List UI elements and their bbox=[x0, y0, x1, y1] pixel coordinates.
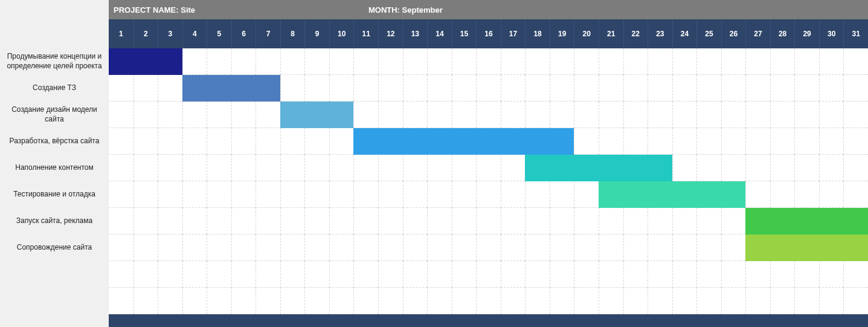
grid-cell bbox=[574, 208, 599, 235]
task-bar bbox=[745, 235, 868, 261]
month-name: MONTH: September bbox=[368, 5, 863, 15]
grid-cell bbox=[843, 48, 868, 75]
grid-cell bbox=[476, 288, 501, 314]
grid-cell bbox=[696, 235, 721, 261]
grid-cell bbox=[109, 128, 133, 155]
grid-cell bbox=[182, 102, 207, 128]
grid-cell bbox=[648, 288, 672, 314]
day-header-cell: 29 bbox=[794, 19, 819, 48]
grid-cell bbox=[794, 48, 819, 75]
grid-cell bbox=[525, 208, 550, 235]
grid-cell bbox=[158, 235, 182, 261]
grid-cell bbox=[745, 48, 770, 75]
grid-cell bbox=[794, 181, 819, 208]
grid-cell bbox=[182, 128, 207, 155]
grid-cell bbox=[353, 288, 378, 314]
grid-cell bbox=[158, 75, 182, 102]
grid-cell bbox=[672, 155, 697, 181]
grid-cell bbox=[427, 261, 452, 288]
grid-cell bbox=[109, 235, 133, 261]
grid-cell bbox=[182, 261, 207, 288]
task-bar bbox=[109, 48, 182, 75]
grid-cell bbox=[599, 235, 623, 261]
grid-cell bbox=[329, 155, 354, 181]
grid-cell bbox=[304, 235, 329, 261]
grid-cell bbox=[574, 288, 599, 314]
grid-cell bbox=[304, 48, 329, 75]
grid-cell bbox=[158, 128, 182, 155]
task-grid bbox=[109, 75, 868, 102]
day-header-cell: 26 bbox=[721, 19, 746, 48]
task-grid bbox=[109, 181, 868, 208]
grid-cell bbox=[378, 208, 403, 235]
day-header-cell: 13 bbox=[403, 19, 428, 48]
grid-cell bbox=[304, 288, 329, 314]
grid-cell bbox=[452, 155, 477, 181]
grid-cell bbox=[280, 235, 305, 261]
grid-cell bbox=[819, 155, 844, 181]
grid-cell bbox=[623, 48, 648, 75]
grid-cell bbox=[501, 288, 526, 314]
grid-cell bbox=[770, 288, 795, 314]
grid-cell bbox=[427, 181, 452, 208]
grid-cell bbox=[476, 181, 501, 208]
grid-cell bbox=[452, 208, 477, 235]
grid-cell bbox=[378, 102, 403, 128]
grid-cell bbox=[501, 75, 526, 102]
grid-cell bbox=[721, 155, 746, 181]
grid-cell bbox=[403, 75, 428, 102]
grid-cell bbox=[256, 48, 280, 75]
day-header-cell: 9 bbox=[304, 19, 329, 48]
task-bar bbox=[182, 75, 280, 102]
day-header-cell: 27 bbox=[745, 19, 770, 48]
grid-cell bbox=[794, 261, 819, 288]
grid-cell bbox=[133, 261, 158, 288]
day-header-cell: 22 bbox=[623, 19, 648, 48]
grid-cell bbox=[158, 155, 182, 181]
task-row: Наполнение контентом bbox=[0, 155, 868, 181]
grid-cell bbox=[452, 181, 477, 208]
day-header-cell: 23 bbox=[648, 19, 672, 48]
day-header-cell: 15 bbox=[452, 19, 477, 48]
day-header-cell: 10 bbox=[329, 19, 354, 48]
grid-cell bbox=[672, 48, 697, 75]
grid-cell bbox=[207, 181, 231, 208]
grid-cell bbox=[819, 261, 844, 288]
grid-cell bbox=[599, 102, 623, 128]
grid-cell bbox=[476, 261, 501, 288]
project-name: PROJECT NAME: Site bbox=[114, 5, 368, 15]
grid-cell bbox=[501, 155, 526, 181]
task-row: Тестирование и отладка bbox=[0, 181, 868, 208]
grid-cell bbox=[843, 102, 868, 128]
grid-cell bbox=[353, 48, 378, 75]
grid-cell bbox=[427, 155, 452, 181]
grid-cell bbox=[721, 208, 746, 235]
task-label: Создание дизайн модели сайта bbox=[0, 102, 109, 128]
grid-cell bbox=[353, 261, 378, 288]
grid-cell bbox=[525, 75, 550, 102]
grid-cell bbox=[770, 261, 795, 288]
task-label: Создание ТЗ bbox=[0, 75, 109, 102]
grid-cell bbox=[329, 208, 354, 235]
grid-cell bbox=[648, 102, 672, 128]
grid-cell bbox=[256, 128, 280, 155]
grid-cell bbox=[158, 181, 182, 208]
empty-row-label bbox=[0, 261, 109, 288]
grid-cell bbox=[599, 48, 623, 75]
grid-cell bbox=[427, 75, 452, 102]
grid-cell bbox=[794, 288, 819, 314]
grid-cell bbox=[599, 208, 623, 235]
grid-cell bbox=[819, 75, 844, 102]
grid-cell bbox=[231, 208, 256, 235]
task-bar bbox=[353, 128, 574, 155]
grid-cell bbox=[231, 155, 256, 181]
task-bar bbox=[280, 102, 354, 128]
grid-cell bbox=[672, 288, 697, 314]
grid-cell bbox=[721, 128, 746, 155]
grid-cell bbox=[745, 128, 770, 155]
day-header-cell: 25 bbox=[696, 19, 721, 48]
grid-cell bbox=[843, 288, 868, 314]
day-header-cell: 17 bbox=[501, 19, 526, 48]
grid-cell bbox=[207, 48, 231, 75]
empty-row bbox=[0, 261, 868, 288]
